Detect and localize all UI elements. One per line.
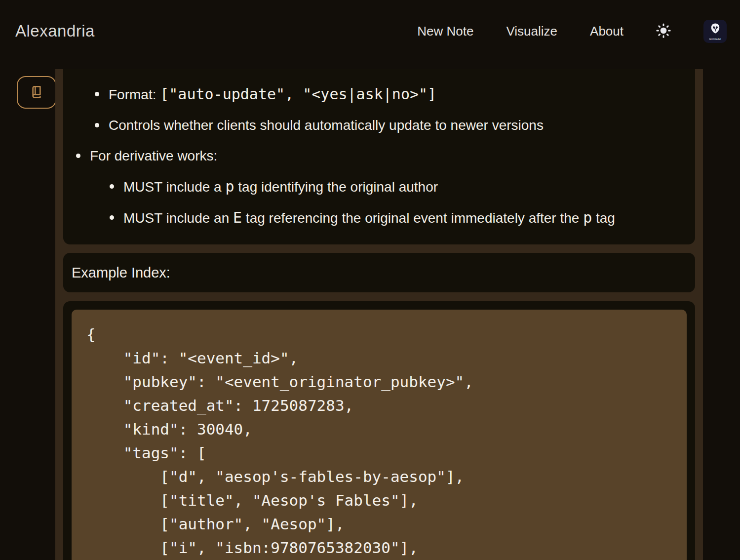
must-e-pre: MUST include an	[123, 210, 233, 226]
controls-text: Controls whether clients should automati…	[109, 118, 544, 133]
must-p-pre: MUST include a	[123, 179, 225, 195]
must-e-post: tag	[592, 210, 615, 226]
theme-toggle-button[interactable]	[656, 23, 671, 40]
app-title: Alexandria	[15, 22, 95, 40]
logo-label: GitCitadel	[709, 38, 721, 40]
list-item-must-p: MUST include a p tag identifying the ori…	[109, 178, 683, 196]
code-card: { "id": "<event_id>", "pubkey": "<event_…	[63, 301, 695, 560]
nav-new-note[interactable]: New Note	[417, 24, 473, 39]
nav-about[interactable]: About	[590, 24, 623, 39]
derivative-heading: For derivative works:	[90, 148, 217, 163]
example-index-label: Example Index:	[72, 265, 170, 281]
list-item-derivative: For derivative works: MUST include a p t…	[75, 148, 683, 227]
main-nav: New Note Visualize About	[417, 20, 727, 43]
list-item-must-e: MUST include an E tag referencing the or…	[109, 209, 683, 227]
content-scroll-area[interactable]: Format: ["auto-update", "<yes|ask|no>"] …	[55, 69, 703, 560]
page-body: Format: ["auto-update", "<yes|ask|no>"] …	[0, 69, 740, 560]
sidebar	[0, 69, 55, 560]
format-label: Format:	[109, 87, 160, 102]
list-item-format: Format: ["auto-update", "<yes|ask|no>"]	[94, 86, 683, 103]
gitcitadel-logo[interactable]: GitCitadel	[703, 20, 727, 43]
must-p-post: tag identifying the original author	[234, 179, 438, 195]
e-tag-code: E	[233, 209, 242, 226]
p-tag-code2: p	[583, 209, 592, 226]
list-item-controls: Controls whether clients should automati…	[94, 117, 683, 134]
must-e-mid: tag referencing the original event immed…	[242, 210, 583, 226]
format-code: ["auto-update", "<yes|ask|no>"]	[160, 85, 436, 103]
app-header: Alexandria New Note Visualize About	[0, 0, 740, 69]
sidebar-toggle-button[interactable]	[17, 76, 56, 109]
nav-visualize[interactable]: Visualize	[506, 24, 557, 39]
code-text: { "id": "<event_id>", "pubkey": "<event_…	[86, 322, 672, 560]
p-tag-code: p	[225, 178, 234, 195]
doc-card: Format: ["auto-update", "<yes|ask|no>"] …	[63, 69, 695, 244]
sun-icon	[656, 23, 671, 40]
example-index-card: Example Index:	[63, 253, 695, 292]
book-icon	[29, 84, 44, 101]
code-block[interactable]: { "id": "<event_id>", "pubkey": "<event_…	[72, 310, 687, 560]
gitcitadel-shield-icon	[709, 22, 722, 37]
